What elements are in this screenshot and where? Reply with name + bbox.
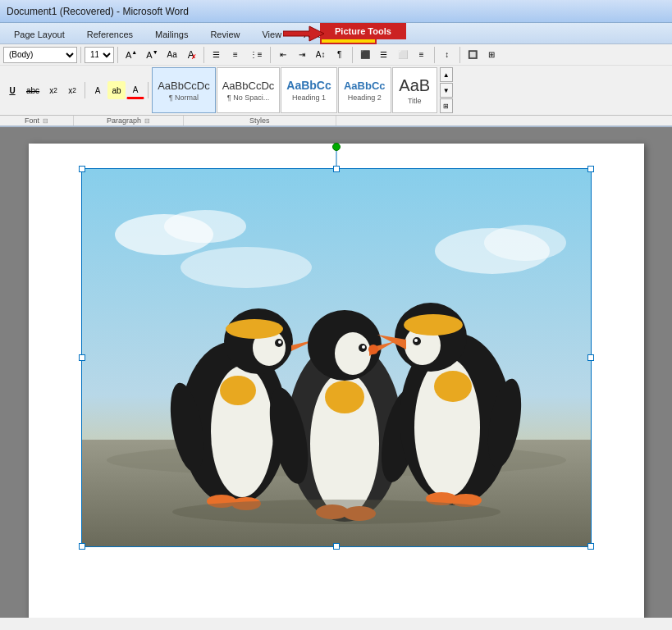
bullet-list-button[interactable]: ☰ [208, 46, 226, 64]
number-list-button[interactable]: ≡ [226, 46, 245, 64]
handle-middle-left[interactable] [79, 354, 85, 361]
increase-indent-button[interactable]: ⇥ [293, 46, 311, 64]
style-no-spacing[interactable]: AaBbCcDc ¶ No Spaci... [217, 67, 281, 113]
paragraph-section-label: Paragraph ⊟ [74, 116, 184, 126]
svg-point-42 [414, 339, 418, 342]
toolbar-sep-6 [434, 47, 435, 63]
sort-button[interactable]: A↕ [312, 46, 330, 64]
strikethrough-button[interactable]: abc [22, 81, 43, 99]
rotate-handle[interactable] [332, 143, 341, 151]
toolbar-sep-7 [459, 47, 460, 63]
svg-point-29 [368, 345, 378, 354]
title-bar: Document1 (Recovered) - Microsoft Word [0, 0, 672, 23]
clear-format-button[interactable]: A✗ [182, 46, 200, 64]
font-section-label: Font ⊟ [0, 116, 74, 126]
selected-image-container[interactable] [81, 168, 592, 547]
font-shrink-button[interactable]: A▼ [142, 46, 162, 64]
text-effects-button[interactable]: A [89, 81, 107, 99]
handle-top-left[interactable] [79, 166, 85, 172]
svg-point-28 [362, 345, 365, 349]
handle-bottom-left[interactable] [79, 543, 85, 550]
shading-button[interactable]: 🔲 [464, 46, 482, 64]
decrease-indent-button[interactable]: ⇤ [274, 46, 292, 64]
font-grow-button[interactable]: A▲ [121, 46, 141, 64]
borders-button[interactable]: ⊞ [482, 46, 501, 64]
font-family-select[interactable]: (Body) [3, 47, 77, 63]
handle-top-right[interactable] [587, 166, 594, 172]
tab-references[interactable]: References [76, 25, 144, 43]
svg-point-23 [325, 381, 364, 413]
handle-bottom-center[interactable] [333, 543, 340, 550]
toolbar-sep-8 [85, 82, 85, 98]
font-size-select[interactable]: 11 [85, 47, 114, 63]
toolbar-sep-9 [148, 82, 149, 98]
tab-mailings[interactable]: Mailings [144, 25, 199, 43]
svg-marker-0 [283, 26, 324, 41]
style-normal[interactable]: AaBbCcDc ¶ Normal [152, 67, 216, 113]
svg-point-5 [484, 225, 566, 261]
line-spacing-button[interactable]: ↕ [438, 46, 456, 64]
svg-point-46 [172, 500, 501, 524]
red-arrow-annotation [283, 25, 324, 44]
word-page [29, 144, 644, 618]
title-text: Document1 (Recovered) - Microsoft Word [7, 6, 189, 17]
align-center-button[interactable]: ☰ [375, 46, 393, 64]
highlight-button[interactable]: ab [107, 81, 126, 99]
svg-point-25 [335, 332, 371, 375]
underline-button[interactable]: U [3, 81, 21, 99]
tab-page-layout[interactable]: Page Layout [3, 25, 75, 43]
toolbar-sep-3 [203, 47, 204, 63]
style-heading2[interactable]: AaBbCc Heading 2 [338, 67, 391, 113]
handle-middle-right[interactable] [587, 354, 594, 361]
tab-review[interactable]: Review [199, 25, 250, 43]
rotate-handle-line [336, 149, 336, 166]
handle-bottom-right[interactable] [587, 543, 594, 550]
picture-tools-label: Picture Tools [320, 23, 406, 39]
svg-point-11 [220, 376, 256, 405]
document-area [0, 127, 672, 618]
penguin-image [82, 169, 591, 546]
show-formatting-button[interactable]: ¶ [331, 46, 349, 64]
toolbar-sep-5 [352, 47, 353, 63]
superscript-button[interactable]: x2 [63, 81, 81, 99]
change-case-button[interactable]: Aa [163, 46, 181, 64]
multilevel-list-button[interactable]: ⋮≡ [245, 46, 267, 64]
handle-top-center[interactable] [333, 166, 340, 172]
style-title[interactable]: AaB Title [392, 67, 437, 113]
section-labels-bar: Font ⊟ Paragraph ⊟ Styles [0, 116, 672, 127]
subscript-button[interactable]: x2 [44, 81, 62, 99]
styles-section-label: Styles [184, 116, 336, 126]
toolbar-sep-1 [80, 47, 81, 63]
format-toolbar: U abc x2 x2 A ab A AaBbCcDc ¶ Normal AaB… [0, 66, 672, 116]
svg-point-36 [434, 371, 472, 402]
toolbar-sep-2 [117, 47, 118, 63]
align-left-button[interactable]: ⬛ [356, 46, 374, 64]
font-color-button[interactable]: A [126, 81, 144, 99]
svg-point-14 [226, 319, 283, 339]
align-right-button[interactable]: ⬜ [394, 46, 412, 64]
justify-button[interactable]: ≡ [413, 46, 431, 64]
font-toolbar: (Body) 11 A▲ A▼ Aa A✗ ☰ ≡ ⋮≡ ⇤ ⇥ A↕ ¶ ⬛ … [0, 44, 672, 66]
styles-scroll-up[interactable]: ▲ ▼ ⊞ [440, 67, 453, 113]
toolbar-sep-4 [270, 47, 271, 63]
svg-point-39 [404, 314, 463, 336]
svg-point-17 [278, 340, 281, 344]
svg-point-6 [181, 247, 312, 288]
svg-point-3 [164, 210, 246, 243]
style-heading1[interactable]: AaBbCc Heading 1 [281, 67, 336, 113]
